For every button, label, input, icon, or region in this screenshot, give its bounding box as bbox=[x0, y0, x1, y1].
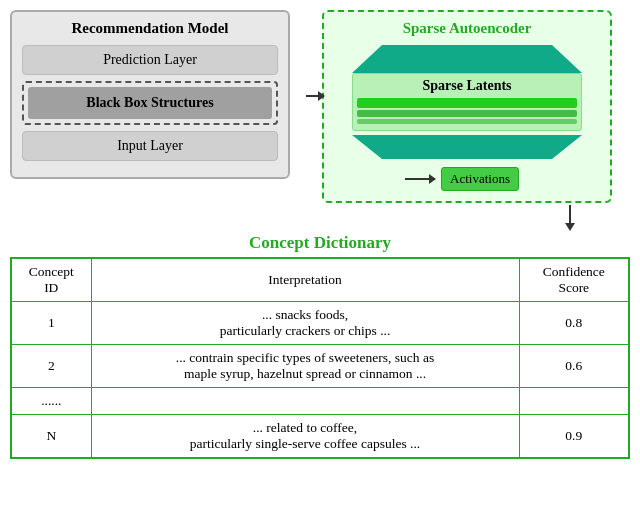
down-arrow-head bbox=[565, 223, 575, 231]
activations-row: Activations bbox=[405, 167, 529, 191]
green-bar-1 bbox=[357, 98, 577, 108]
cell-id: 1 bbox=[11, 302, 91, 345]
down-arrow-wrapper bbox=[10, 205, 630, 231]
activations-label: Activations bbox=[441, 167, 519, 191]
concept-table: Concept ID Interpretation Confidence Sco… bbox=[10, 257, 630, 459]
cell-interpretation bbox=[91, 388, 519, 415]
down-arrow-line bbox=[569, 205, 571, 223]
cell-id: ...... bbox=[11, 388, 91, 415]
col-header-score: Confidence Score bbox=[519, 258, 629, 302]
black-box-wrapper: Black Box Structures bbox=[22, 81, 278, 125]
sae-title: Sparse Autoencoder bbox=[334, 20, 600, 37]
cell-interpretation: ... related to coffee,particularly singl… bbox=[91, 415, 519, 459]
cell-id: N bbox=[11, 415, 91, 459]
sae-content: Sparse Latents Activations bbox=[334, 45, 600, 191]
rec-model-title: Recommendation Model bbox=[22, 20, 278, 37]
green-bar-2 bbox=[357, 110, 577, 117]
green-bar-3 bbox=[357, 119, 577, 124]
table-row: 2... contrain specific types of sweetene… bbox=[11, 345, 629, 388]
col-header-interpretation: Interpretation bbox=[91, 258, 519, 302]
black-box-structures: Black Box Structures bbox=[28, 87, 272, 119]
col-header-id: Concept ID bbox=[11, 258, 91, 302]
prediction-layer: Prediction Layer bbox=[22, 45, 278, 75]
cell-score bbox=[519, 388, 629, 415]
cell-score: 0.6 bbox=[519, 345, 629, 388]
trap-shape-top bbox=[352, 45, 582, 73]
recommendation-model-box: Recommendation Model Prediction Layer Bl… bbox=[10, 10, 290, 179]
sparse-latents-label: Sparse Latents bbox=[357, 78, 577, 94]
concept-dict-title: Concept Dictionary bbox=[10, 233, 630, 253]
table-row: ...... bbox=[11, 388, 629, 415]
concept-dictionary-section: Concept Dictionary Concept ID Interpreta… bbox=[10, 233, 630, 459]
table-row: 1... snacks foods,particularly crackers … bbox=[11, 302, 629, 345]
down-arrow bbox=[565, 205, 575, 231]
sparse-autoencoder-box: Sparse Autoencoder Sparse Latents Activa… bbox=[322, 10, 612, 203]
sparse-latents-block: Sparse Latents bbox=[352, 73, 582, 131]
table-header-row: Concept ID Interpretation Confidence Sco… bbox=[11, 258, 629, 302]
cell-id: 2 bbox=[11, 345, 91, 388]
top-section: Recommendation Model Prediction Layer Bl… bbox=[10, 10, 630, 203]
cell-interpretation: ... snacks foods,particularly crackers o… bbox=[91, 302, 519, 345]
table-row: N... related to coffee,particularly sing… bbox=[11, 415, 629, 459]
trap-shape-bottom bbox=[352, 135, 582, 159]
cell-score: 0.8 bbox=[519, 302, 629, 345]
cell-score: 0.9 bbox=[519, 415, 629, 459]
input-layer: Input Layer bbox=[22, 131, 278, 161]
cell-interpretation: ... contrain specific types of sweetener… bbox=[91, 345, 519, 388]
activations-arrow-icon bbox=[405, 178, 435, 180]
